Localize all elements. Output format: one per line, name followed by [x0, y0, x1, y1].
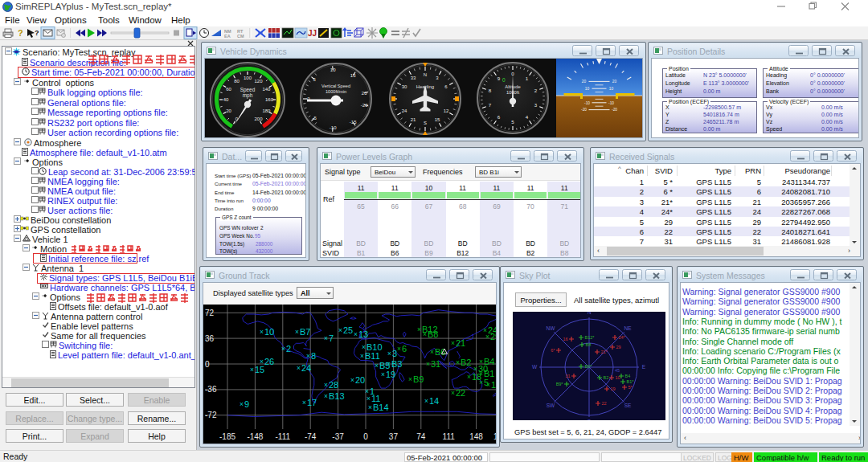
- svg-text:37: 37: [389, 432, 399, 441]
- svg-text:×: ×: [250, 366, 254, 374]
- svg-text:B11: B11: [365, 351, 380, 361]
- svg-text:21*: 21*: [601, 350, 608, 354]
- svg-text:?: ?: [18, 28, 23, 38]
- svg-text:×: ×: [297, 364, 301, 372]
- svg-text:10: 10: [585, 87, 590, 91]
- svg-text:×: ×: [451, 389, 455, 397]
- svg-text:×: ×: [338, 326, 342, 334]
- svg-text:×: ×: [387, 360, 391, 368]
- svg-text:26: 26: [264, 357, 274, 366]
- svg-text:15: 15: [350, 73, 356, 78]
- svg-text:24: 24: [301, 363, 311, 373]
- svg-text:B8: B8: [586, 342, 592, 347]
- svg-text:13: 13: [358, 329, 368, 339]
- svg-text:60: 60: [226, 87, 231, 92]
- svg-text:160: 160: [265, 97, 274, 102]
- svg-text:×: ×: [306, 352, 310, 360]
- svg-text:10: 10: [264, 327, 274, 337]
- svg-text:10: 10: [609, 87, 614, 91]
- svg-text:B6*: B6*: [585, 364, 593, 369]
- svg-text:15: 15: [255, 365, 264, 374]
- svg-text:5: 5: [511, 119, 514, 125]
- svg-text:W: W: [532, 364, 538, 370]
- svg-text:100: 100: [244, 76, 252, 80]
- svg-text:B4: B4: [625, 374, 631, 378]
- svg-text:NW: NW: [546, 325, 555, 331]
- svg-text:-5: -5: [313, 116, 317, 121]
- svg-text:-72: -72: [205, 411, 217, 419]
- svg-text:-15: -15: [350, 120, 357, 125]
- svg-text:-74: -74: [305, 432, 317, 441]
- svg-text:×: ×: [366, 395, 371, 403]
- svg-text:19: 19: [386, 370, 395, 379]
- svg-text:6*: 6*: [551, 348, 555, 353]
- svg-text:-37: -37: [332, 432, 344, 441]
- svg-text:×: ×: [354, 330, 358, 338]
- svg-text:20: 20: [612, 80, 617, 84]
- svg-text:3: 3: [534, 102, 538, 108]
- svg-text:×: ×: [430, 348, 434, 356]
- svg-text:36: 36: [205, 334, 215, 343]
- svg-text:24*: 24*: [619, 335, 626, 340]
- svg-text:120: 120: [254, 79, 263, 84]
- svg-text:S: S: [588, 419, 592, 420]
- svg-text:0: 0: [205, 360, 210, 369]
- svg-text:20: 20: [582, 80, 587, 84]
- svg-text:×: ×: [408, 375, 412, 383]
- svg-text:-20: -20: [361, 103, 368, 108]
- svg-text:1000ft/min: 1000ft/min: [326, 89, 346, 94]
- svg-text:×: ×: [368, 403, 372, 411]
- svg-text:×: ×: [295, 328, 299, 336]
- svg-text:mph: mph: [243, 92, 253, 99]
- svg-text:20: 20: [362, 91, 367, 96]
- svg-text:S: S: [424, 121, 427, 125]
- svg-text:NE: NE: [624, 325, 633, 331]
- svg-text:1: 1: [526, 76, 529, 81]
- svg-text:B8: B8: [428, 329, 438, 339]
- svg-text:17: 17: [307, 398, 317, 407]
- svg-text:18: 18: [493, 432, 497, 441]
- svg-text:B7: B7: [300, 327, 310, 337]
- svg-text:31: 31: [565, 374, 570, 378]
- svg-text:72: 72: [205, 309, 215, 317]
- svg-text:B9*: B9*: [556, 382, 564, 386]
- svg-text:29: 29: [616, 345, 621, 350]
- svg-text:×: ×: [486, 381, 490, 389]
- svg-text:-20: -20: [581, 108, 587, 112]
- svg-text:×: ×: [485, 333, 489, 341]
- svg-text:14: 14: [429, 396, 439, 406]
- svg-text:×: ×: [381, 370, 385, 378]
- svg-text:5*: 5*: [628, 385, 633, 390]
- svg-text:30: 30: [402, 84, 407, 89]
- svg-text:B14: B14: [373, 403, 389, 412]
- svg-text:SW: SW: [547, 403, 555, 408]
- svg-text:×: ×: [417, 325, 421, 333]
- svg-text:-10: -10: [608, 101, 614, 105]
- svg-text:8: 8: [489, 88, 492, 93]
- svg-text:-148: -148: [247, 432, 263, 441]
- svg-text:×: ×: [281, 345, 285, 353]
- svg-text:×: ×: [360, 352, 364, 360]
- svg-text:-10: -10: [584, 101, 590, 105]
- svg-text:-185: -185: [219, 432, 235, 441]
- svg-text:×: ×: [240, 400, 244, 408]
- svg-text:×: ×: [426, 360, 430, 368]
- svg-text:×: ×: [324, 334, 328, 342]
- svg-text:CM: CM: [237, 34, 244, 39]
- svg-text:0: 0: [502, 77, 506, 83]
- svg-text:29: 29: [490, 332, 497, 341]
- svg-text:10: 10: [330, 67, 336, 72]
- svg-text:JJ: JJ: [308, 29, 317, 38]
- svg-text:40: 40: [223, 97, 229, 102]
- svg-text:EA: EA: [224, 34, 231, 39]
- svg-text:×: ×: [423, 330, 427, 338]
- svg-text:9: 9: [497, 76, 501, 81]
- svg-text:×: ×: [387, 350, 391, 358]
- svg-text:20: 20: [355, 375, 365, 385]
- svg-text:33: 33: [411, 76, 416, 80]
- svg-text:×: ×: [302, 399, 306, 407]
- svg-text:7: 7: [489, 102, 492, 108]
- svg-text:8: 8: [311, 351, 316, 361]
- svg-text:B3: B3: [391, 359, 402, 369]
- svg-text:×: ×: [451, 339, 455, 347]
